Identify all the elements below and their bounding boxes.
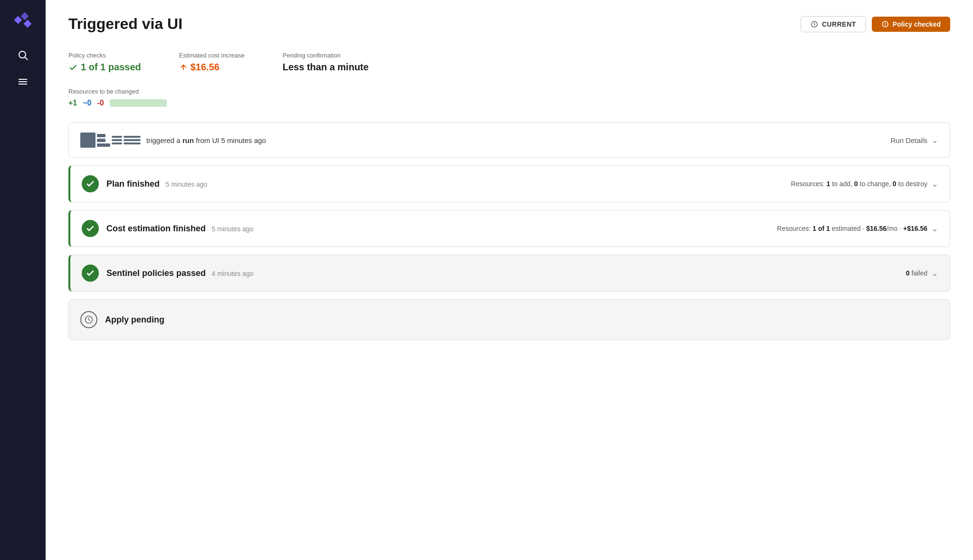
avatar-group — [80, 133, 141, 148]
pending-value: Less than a minute — [283, 62, 369, 73]
resource-counts: +1 ~0 -0 — [68, 99, 950, 107]
cost-estimated: 1 of 1 — [812, 225, 830, 232]
sentinel-step-right[interactable]: 0 failed ⌄ — [906, 268, 938, 278]
avatar-dots — [112, 133, 122, 148]
svg-point-4 — [19, 51, 26, 58]
resources-row: Resources to be changed +1 ~0 -0 — [68, 88, 950, 107]
sentinel-chevron-icon: ⌄ — [931, 268, 938, 278]
sentinel-card: Sentinel policies passed 4 minutes ago 0… — [68, 255, 950, 292]
apply-step-left: Apply pending — [80, 311, 164, 328]
cost-increase: +$16.56 — [903, 225, 927, 232]
svg-rect-1 — [14, 16, 22, 24]
plan-time: 5 minutes ago — [165, 180, 207, 188]
main-content: Triggered via UI CURRENT Policy checked — [46, 0, 973, 560]
cost-card-content: Cost estimation finished 5 minutes ago R… — [70, 210, 950, 247]
cards-section: triggered a run from UI 5 minutes ago Ru… — [68, 123, 950, 340]
avatar-extra — [124, 133, 141, 148]
policy-checks-label: Policy checks — [68, 52, 141, 59]
plan-step-left: Plan finished 5 minutes ago — [82, 175, 207, 192]
apply-title: Apply pending — [105, 315, 164, 325]
svg-rect-3 — [24, 20, 32, 28]
sentinel-time: 4 minutes ago — [212, 270, 254, 277]
stats-row: Policy checks 1 of 1 passed Estimated co… — [68, 52, 950, 73]
check-icon — [68, 63, 78, 72]
cost-time: 5 minutes ago — [211, 225, 253, 233]
sentinel-failed-count: 0 — [906, 269, 910, 277]
sentinel-title-group: Sentinel policies passed 4 minutes ago — [106, 268, 253, 278]
sidebar — [0, 0, 46, 560]
trigger-text: triggered a run from UI 5 minutes ago — [146, 136, 266, 144]
cost-step-right[interactable]: Resources: 1 of 1 estimated · $16.56/mo … — [777, 223, 938, 234]
plan-chevron-icon: ⌄ — [931, 179, 938, 189]
plan-change-count: 0 — [854, 180, 858, 188]
trigger-left: triggered a run from UI 5 minutes ago — [80, 133, 266, 148]
sentinel-failed-text: 0 failed — [906, 269, 927, 277]
plan-title: Plan finished — [106, 179, 160, 189]
sentinel-card-content: Sentinel policies passed 4 minutes ago 0… — [70, 255, 950, 291]
resource-add-count: +1 — [68, 99, 77, 107]
sentinel-step-left: Sentinel policies passed 4 minutes ago — [82, 265, 253, 282]
resource-destroy-count: -0 — [97, 99, 104, 107]
cost-stat: Estimated cost increase $16.56 — [179, 52, 245, 73]
cost-value: $16.56 — [179, 62, 245, 73]
header-buttons: CURRENT Policy checked — [801, 16, 950, 32]
trigger-card: triggered a run from UI 5 minutes ago Ru… — [68, 123, 950, 158]
avatar-bars — [97, 133, 110, 148]
clock-icon — [811, 20, 818, 28]
svg-rect-2 — [21, 12, 29, 20]
plan-resources-text: Resources: 1 to add, 0 to change, 0 to d… — [791, 180, 927, 188]
pending-label: Pending confirmation — [283, 52, 369, 59]
policy-checks-value: 1 of 1 passed — [68, 62, 141, 73]
menu-icon[interactable] — [17, 76, 29, 87]
cost-label: Estimated cost increase — [179, 52, 245, 59]
cost-check-icon — [82, 220, 99, 237]
svg-line-5 — [25, 57, 28, 60]
plan-finished-card: Plan finished 5 minutes ago Resources: 1… — [68, 165, 950, 202]
resource-bar — [110, 99, 167, 107]
search-icon[interactable] — [17, 49, 29, 61]
apply-pending-icon — [80, 311, 97, 328]
plan-card-content: Plan finished 5 minutes ago Resources: 1… — [70, 166, 950, 202]
header: Triggered via UI CURRENT Policy checked — [68, 15, 950, 33]
sentinel-title: Sentinel policies passed — [106, 268, 206, 278]
sentinel-check-icon — [82, 265, 99, 282]
page-title: Triggered via UI — [68, 15, 182, 33]
run-details-button[interactable]: Run Details ⌄ — [890, 135, 938, 145]
plan-check-icon — [82, 175, 99, 192]
cost-mo: $16.56 — [866, 225, 887, 232]
svg-point-12 — [885, 25, 885, 26]
policy-checked-button[interactable]: Policy checked — [872, 17, 950, 32]
plan-destroy-count: 0 — [893, 180, 897, 188]
plan-title-group: Plan finished 5 minutes ago — [106, 179, 207, 189]
trigger-card-content: triggered a run from UI 5 minutes ago Ru… — [69, 123, 950, 157]
arrow-up-icon — [179, 63, 188, 72]
cost-title-group: Cost estimation finished 5 minutes ago — [106, 224, 253, 234]
cost-chevron-icon: ⌄ — [931, 223, 938, 234]
apply-card-content: Apply pending — [69, 300, 950, 340]
cost-resources-text: Resources: 1 of 1 estimated · $16.56/mo … — [777, 225, 927, 232]
resources-label: Resources to be changed — [68, 88, 950, 95]
alert-circle-icon — [881, 20, 889, 28]
apply-pending-card: Apply pending — [68, 299, 950, 340]
cost-estimation-card: Cost estimation finished 5 minutes ago R… — [68, 210, 950, 247]
chevron-down-icon: ⌄ — [931, 135, 938, 145]
pending-stat: Pending confirmation Less than a minute — [283, 52, 369, 73]
cost-step-left: Cost estimation finished 5 minutes ago — [82, 220, 253, 237]
avatar-main — [80, 133, 95, 148]
policy-checks-stat: Policy checks 1 of 1 passed — [68, 52, 141, 73]
logo — [11, 9, 34, 34]
plan-step-right[interactable]: Resources: 1 to add, 0 to change, 0 to d… — [791, 179, 938, 189]
trigger-run-bold: run — [182, 136, 194, 144]
current-button[interactable]: CURRENT — [801, 16, 866, 32]
resource-change-count: ~0 — [83, 99, 91, 107]
cost-title: Cost estimation finished — [106, 224, 206, 233]
